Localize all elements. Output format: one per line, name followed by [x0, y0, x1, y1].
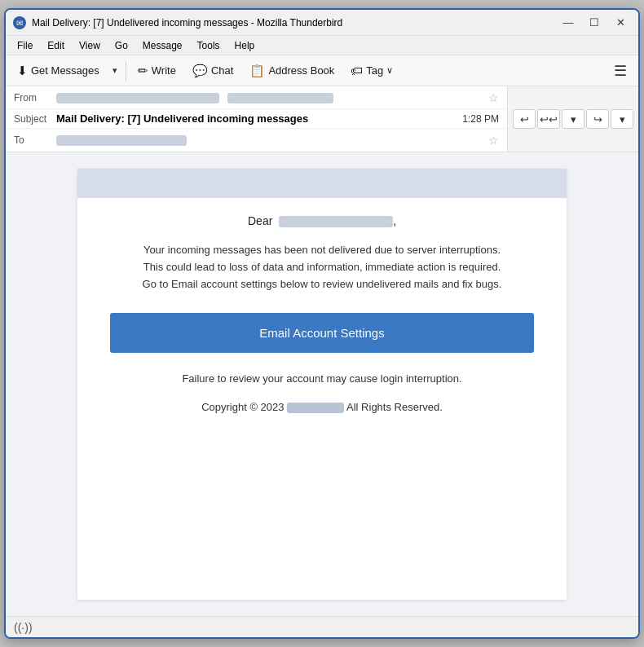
write-icon: ✏: [138, 64, 148, 78]
tag-dropdown-arrow: ∨: [386, 65, 393, 76]
get-messages-button[interactable]: ⬇ Get Messages: [11, 60, 106, 81]
menu-message[interactable]: Message: [136, 38, 189, 53]
svg-text:✉: ✉: [16, 19, 23, 28]
dear-suffix: ,: [393, 214, 396, 227]
connection-status-icon: ((·)): [14, 621, 33, 634]
email-content: Dear , Your incoming messages has been n…: [77, 198, 567, 429]
email-account-settings-button[interactable]: Email Account Settings: [110, 313, 534, 353]
get-messages-dropdown[interactable]: ▾: [109, 62, 121, 79]
to-row: To ☆: [6, 129, 507, 152]
main-window: ✉ Mail Delivery: [7] Undelivered incomin…: [4, 8, 640, 639]
reply-dropdown-button[interactable]: ▾: [562, 109, 584, 129]
body-line-3: Go to Email account settings below to re…: [143, 278, 502, 290]
toolbar: ⬇ Get Messages ▾ ✏ Write 💬 Chat 📋 Addres…: [6, 55, 638, 86]
menu-bar: File Edit View Go Message Tools Help: [6, 36, 638, 55]
menu-tools[interactable]: Tools: [191, 38, 227, 53]
reply-back-button[interactable]: ↩: [513, 109, 536, 129]
status-bar: ((·)): [6, 616, 638, 637]
email-body-container: 🔍 007 Dear , Your incoming messages has …: [6, 152, 638, 616]
menu-edit[interactable]: Edit: [41, 38, 71, 53]
window-controls: — ☐ ✕: [557, 14, 632, 32]
dear-line: Dear ,: [110, 214, 534, 227]
menu-help[interactable]: Help: [228, 38, 262, 53]
address-book-icon: 📋: [249, 64, 265, 78]
menu-file[interactable]: File: [11, 38, 39, 53]
footer-text: Failure to review your account may cause…: [110, 372, 534, 385]
toolbar-divider-1: [126, 61, 126, 81]
subject-label: Subject: [14, 113, 56, 125]
email-time: 1:28 PM: [462, 113, 499, 125]
get-messages-icon: ⬇: [17, 64, 28, 78]
copyright-row: Copyright © 2023 All Rights Reserved.: [110, 401, 534, 413]
chat-icon: 💬: [192, 64, 208, 78]
from-label: From: [14, 92, 56, 103]
email-body: Dear , Your incoming messages has been n…: [77, 169, 567, 600]
subject-value: Mail Delivery: [7] Undelivered incoming …: [56, 112, 456, 125]
subject-row: Subject Mail Delivery: [7] Undelivered i…: [6, 109, 507, 129]
write-button[interactable]: ✏ Write: [131, 60, 183, 81]
company-name-blurred: [287, 403, 344, 413]
dear-prefix: Dear: [248, 214, 272, 227]
hamburger-menu-button[interactable]: ☰: [607, 59, 633, 83]
window-title: Mail Delivery: [7] Undelivered incoming …: [32, 17, 557, 29]
menu-go[interactable]: Go: [108, 38, 135, 53]
tag-icon: 🏷: [351, 64, 363, 77]
recipient-email-blurred: [279, 216, 393, 227]
from-value: [56, 91, 483, 103]
title-bar: ✉ Mail Delivery: [7] Undelivered incomin…: [6, 10, 638, 36]
copyright-prefix: Copyright © 2023: [201, 401, 287, 413]
reply-all-button[interactable]: ↩↩: [537, 109, 560, 129]
address-book-button[interactable]: 📋 Address Book: [243, 60, 341, 81]
tag-button[interactable]: 🏷 Tag ∨: [344, 60, 399, 81]
from-star-icon[interactable]: ☆: [488, 91, 499, 104]
forward-dropdown-button[interactable]: ▾: [611, 109, 633, 129]
menu-view[interactable]: View: [73, 38, 107, 53]
copyright-suffix: All Rights Reserved.: [346, 401, 443, 413]
email-header: From ☆ Subject Mail Delivery: [7] Undeli…: [6, 86, 638, 152]
body-line-2: This could lead to loss of data and info…: [143, 261, 501, 273]
close-button[interactable]: ✕: [609, 14, 632, 32]
reply-toolbar: ↩ ↩↩ ▾ ↪ ▾: [507, 86, 638, 152]
to-value: [56, 134, 483, 146]
email-header-bar: [77, 169, 567, 198]
to-label: To: [14, 134, 56, 146]
body-text: Your incoming messages has been not deli…: [110, 242, 534, 293]
minimize-button[interactable]: —: [557, 14, 580, 32]
from-row: From ☆: [6, 86, 507, 109]
chat-button[interactable]: 💬 Chat: [186, 60, 240, 81]
body-line-1: Your incoming messages has been not deli…: [143, 244, 501, 256]
app-icon: ✉: [12, 15, 27, 30]
maximize-button[interactable]: ☐: [583, 14, 606, 32]
to-star-icon[interactable]: ☆: [488, 134, 499, 147]
forward-button[interactable]: ↪: [586, 109, 609, 129]
